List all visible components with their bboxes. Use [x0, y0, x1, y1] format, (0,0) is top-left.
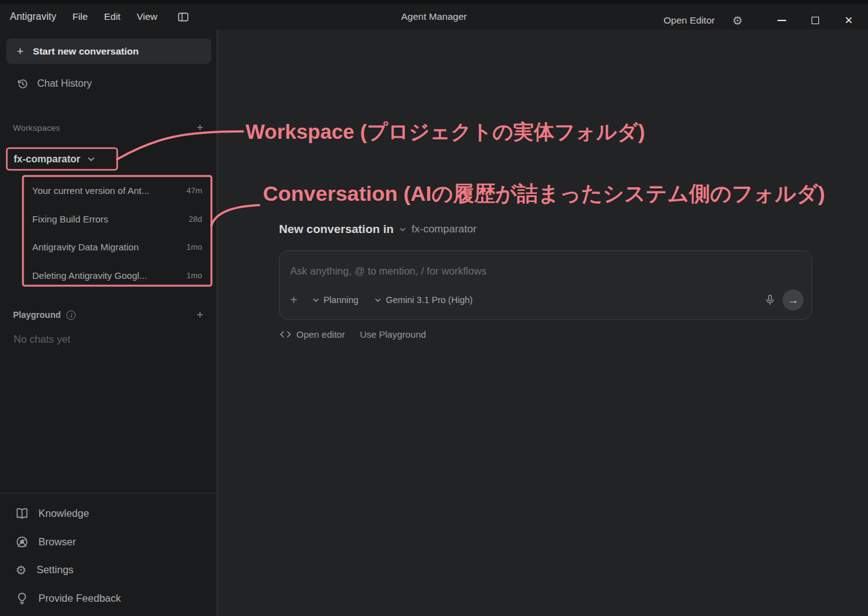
settings-gear-icon[interactable]: ⚙: [732, 15, 743, 27]
open-editor-button[interactable]: Open Editor: [663, 15, 715, 26]
microphone-icon[interactable]: [764, 294, 776, 306]
mode-label: Planning: [324, 295, 358, 305]
start-new-conversation-label: Start new conversation: [33, 46, 139, 57]
playground-header: Playground i +: [0, 304, 218, 325]
conversation-time: 1mo: [182, 242, 202, 252]
agent-manager-window: Antigravity File Edit View Agent Manager…: [0, 0, 868, 616]
conversation-item[interactable]: Antigravity Data Migration 1mo: [0, 233, 218, 262]
chevron-down-icon: [87, 157, 95, 162]
sidebar-item-label: Knowledge: [38, 508, 89, 519]
conversation-annotation-text: Conversation (AIの履歴が詰まったシステム側のフォルダ): [263, 180, 825, 208]
conversation-connector-line: [211, 205, 259, 226]
plus-icon: +: [17, 45, 24, 58]
menu-file[interactable]: File: [64, 11, 96, 22]
add-workspace-button[interactable]: +: [197, 121, 203, 134]
message-composer[interactable]: Ask anything, @ to mention, / for workfl…: [279, 250, 812, 320]
composer-toolbar: + Planning Gemini 3.1 Pro (High): [290, 289, 804, 311]
sidebar: + Start new conversation Chat History Wo…: [0, 30, 218, 616]
book-icon: [16, 507, 29, 520]
composer-footer-links: Open editor Use Playground: [280, 329, 426, 340]
sidebar-item-settings[interactable]: ⚙ Settings: [0, 556, 216, 584]
sidebar-footer: Knowledge Browser ⚙ Settings: [0, 493, 216, 616]
no-chats-text: No chats yet: [14, 333, 71, 345]
workspaces-header: Workspaces +: [0, 117, 218, 138]
chevron-down-icon: [374, 298, 381, 302]
conversation-item[interactable]: Your current version of Ant... 47m: [0, 177, 218, 205]
chat-history-item[interactable]: Chat History: [6, 73, 211, 95]
lightbulb-icon: [16, 592, 29, 605]
window-title: Agent Manager: [401, 11, 467, 22]
workspace-item-fx-comparator[interactable]: fx-comparator: [0, 148, 218, 170]
minimize-icon: [777, 20, 786, 21]
titlebar: Antigravity File Edit View Agent Manager…: [0, 0, 868, 30]
arrow-right-icon: →: [787, 294, 799, 307]
model-selector[interactable]: Gemini 3.1 Pro (High): [374, 295, 472, 305]
menu-bar: Antigravity File Edit View: [9, 11, 190, 24]
menu-antigravity[interactable]: Antigravity: [9, 11, 64, 22]
sidebar-item-knowledge[interactable]: Knowledge: [0, 499, 216, 528]
menu-edit[interactable]: Edit: [96, 11, 129, 22]
conversation-title: Your current version of Ant...: [32, 185, 149, 196]
sidebar-item-label: Provide Feedback: [38, 592, 121, 604]
close-button[interactable]: ×: [835, 7, 863, 33]
add-playground-button[interactable]: +: [197, 308, 203, 322]
conversation-title: Antigravity Data Migration: [32, 242, 139, 252]
model-label: Gemini 3.1 Pro (High): [386, 295, 472, 305]
conversation-list: Your current version of Ant... 47m Fixin…: [0, 177, 218, 289]
browser-icon: [16, 535, 29, 548]
sidebar-item-browser[interactable]: Browser: [0, 528, 216, 557]
conversation-time: 47m: [182, 186, 202, 195]
chevron-down-icon: [312, 298, 319, 302]
sidebar-toggle-icon[interactable]: [177, 11, 190, 24]
maximize-icon: [812, 17, 819, 24]
conversation-item[interactable]: Fixing Build Errors 28d: [0, 205, 218, 234]
workspace-name: fx-comparator: [14, 154, 81, 165]
close-icon: ×: [845, 14, 853, 27]
conversation-time: 1mo: [182, 271, 202, 280]
minimize-button[interactable]: [768, 7, 796, 33]
conversation-title: Fixing Build Errors: [32, 214, 108, 224]
history-clock-icon: [17, 78, 29, 90]
open-editor-link[interactable]: Open editor: [280, 329, 345, 340]
heading-workspace-name[interactable]: fx-comparator: [412, 223, 477, 235]
new-conversation-heading: New conversation in fx-comparator: [279, 222, 477, 236]
open-editor-link-label: Open editor: [296, 329, 345, 340]
start-new-conversation-button[interactable]: + Start new conversation: [6, 38, 211, 64]
sidebar-item-provide-feedback[interactable]: Provide Feedback: [0, 584, 216, 613]
mode-selector[interactable]: Planning: [312, 295, 358, 305]
gear-icon: ⚙: [16, 564, 27, 576]
maximize-button[interactable]: [801, 7, 830, 33]
use-playground-link[interactable]: Use Playground: [360, 329, 426, 340]
menu-view[interactable]: View: [128, 11, 165, 22]
conversation-title: Deleting Antigravity Googl...: [32, 270, 147, 281]
composer-placeholder: Ask anything, @ to mention, / for workfl…: [290, 265, 487, 277]
titlebar-right: Open Editor ⚙ ×: [663, 7, 868, 33]
code-brackets-icon: [280, 331, 291, 338]
conversation-time: 28d: [184, 214, 202, 224]
chat-history-label: Chat History: [37, 78, 92, 89]
chevron-down-icon[interactable]: [399, 227, 406, 232]
workspace-annotation-text: Workspace (プロジェクトの実体フォルダ): [246, 118, 645, 146]
sidebar-item-label: Browser: [38, 536, 76, 548]
sidebar-item-label: Settings: [37, 564, 74, 576]
use-playground-label: Use Playground: [360, 329, 426, 340]
attach-plus-button[interactable]: +: [290, 293, 298, 307]
workspaces-label: Workspaces: [13, 123, 60, 133]
conversation-item[interactable]: Deleting Antigravity Googl... 1mo: [0, 262, 218, 290]
send-button[interactable]: →: [782, 289, 804, 310]
heading-prefix: New conversation in: [279, 222, 394, 236]
info-icon[interactable]: i: [66, 310, 76, 320]
playground-label: Playground: [13, 310, 61, 320]
